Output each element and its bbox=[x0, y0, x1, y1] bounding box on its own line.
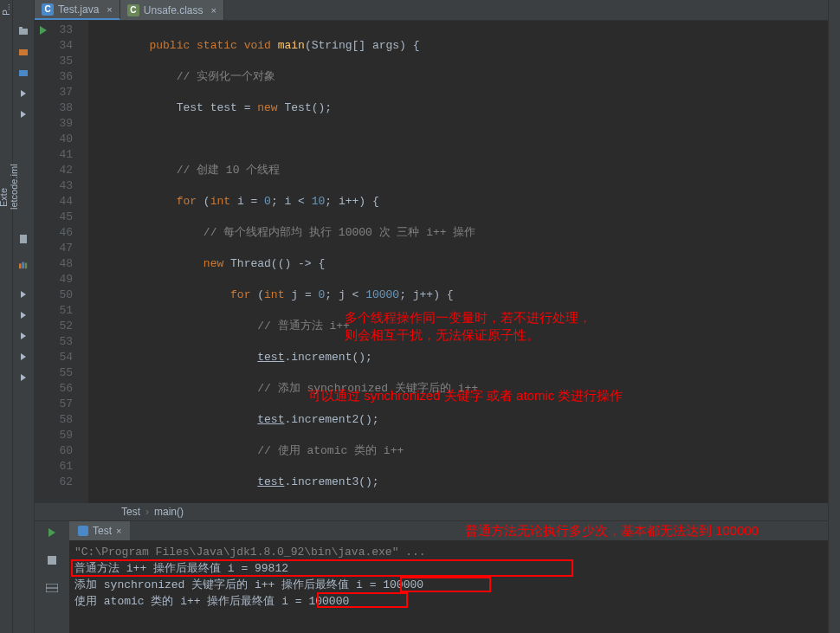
tri-icon-4[interactable] bbox=[13, 305, 34, 326]
lib-icon[interactable] bbox=[13, 255, 34, 275]
breadcrumb: Test › main() bbox=[35, 503, 828, 520]
line-num: 52 bbox=[35, 319, 88, 334]
line-num: 56 bbox=[35, 381, 88, 397]
console-body: Test × 普通方法无论执行多少次，基本都无法达到 100000 "C:\Pr… bbox=[69, 521, 828, 633]
svg-marker-4 bbox=[21, 90, 26, 97]
run-icon[interactable] bbox=[40, 26, 47, 35]
console-tab-test[interactable]: Test × bbox=[69, 521, 130, 540]
close-icon[interactable]: × bbox=[107, 4, 112, 15]
run-config-icon bbox=[78, 526, 88, 536]
svg-rect-8 bbox=[22, 262, 24, 269]
console-area: Test × 普通方法无论执行多少次，基本都无法达到 100000 "C:\Pr… bbox=[35, 520, 828, 633]
line-num: 57 bbox=[35, 397, 88, 412]
editor[interactable]: 33 34 35 36 37 38 39 40 41 42 43 44 45 4… bbox=[35, 21, 828, 503]
class-icon: C bbox=[127, 4, 139, 16]
line-num: 33 bbox=[35, 23, 88, 38]
line-num: 40 bbox=[35, 132, 88, 147]
svg-marker-12 bbox=[21, 333, 26, 339]
svg-rect-9 bbox=[25, 263, 28, 269]
tab-test-java[interactable]: C Test.java × bbox=[35, 0, 120, 20]
tool-sidebar: letcode.iml Exte bbox=[13, 0, 35, 633]
svg-marker-5 bbox=[21, 111, 26, 118]
line-num: 37 bbox=[35, 85, 88, 100]
svg-rect-1 bbox=[19, 27, 23, 29]
console-output[interactable]: "C:\Program Files\Java\jdk1.8.0_92\bin\j… bbox=[69, 540, 828, 633]
console-line: "C:\Program Files\Java\jdk1.8.0_92\bin\j… bbox=[74, 544, 823, 560]
svg-marker-15 bbox=[48, 528, 55, 537]
tab-label: Unsafe.class bbox=[144, 4, 204, 16]
svg-rect-2 bbox=[19, 49, 28, 55]
tri-icon-3[interactable] bbox=[13, 284, 34, 305]
console-line: 使用 atomic 类的 i++ 操作后最终值 i = 100000 bbox=[74, 593, 823, 610]
line-num: 61 bbox=[35, 459, 88, 475]
line-num: 45 bbox=[35, 210, 88, 225]
line-num: 54 bbox=[35, 350, 88, 365]
main-area: C Test.java × C Unsafe.class × 33 34 35 … bbox=[35, 0, 828, 633]
stop-icon[interactable] bbox=[44, 552, 60, 568]
rerun-icon[interactable] bbox=[44, 525, 60, 540]
line-num: 49 bbox=[35, 272, 88, 287]
tri-icon-6[interactable] bbox=[13, 346, 34, 367]
line-num: 39 bbox=[35, 116, 88, 132]
line-num: 41 bbox=[35, 147, 88, 163]
svg-rect-6 bbox=[20, 235, 27, 243]
line-num: 58 bbox=[35, 412, 88, 428]
line-num: 36 bbox=[35, 69, 88, 85]
line-num: 51 bbox=[35, 303, 88, 319]
svg-marker-10 bbox=[21, 291, 26, 298]
line-num: 55 bbox=[35, 365, 88, 381]
svg-marker-11 bbox=[21, 312, 26, 319]
line-num: 50 bbox=[35, 287, 88, 303]
svg-marker-13 bbox=[21, 353, 26, 360]
line-num: 44 bbox=[35, 194, 88, 210]
code-area[interactable]: public static void main(String[] args) {… bbox=[88, 21, 828, 503]
left-label-p: P... bbox=[0, 0, 12, 19]
tri-icon-5[interactable] bbox=[13, 326, 34, 346]
close-icon[interactable]: × bbox=[211, 5, 216, 16]
class-icon: C bbox=[42, 3, 54, 16]
line-num: 47 bbox=[35, 241, 88, 256]
tri-icon-1[interactable] bbox=[13, 83, 34, 104]
svg-rect-7 bbox=[19, 263, 22, 268]
line-num: 59 bbox=[35, 428, 88, 443]
line-num: 62 bbox=[35, 475, 88, 490]
tab-unsafe-class[interactable]: C Unsafe.class × bbox=[120, 0, 224, 20]
gutter: 33 34 35 36 37 38 39 40 41 42 43 44 45 4… bbox=[35, 21, 88, 503]
svg-rect-3 bbox=[19, 70, 28, 76]
line-num: 53 bbox=[35, 334, 88, 350]
folder-icon-1[interactable] bbox=[13, 21, 34, 42]
console-tabs: Test × 普通方法无论执行多少次，基本都无法达到 100000 bbox=[69, 521, 828, 540]
line-num: 46 bbox=[35, 225, 88, 241]
line-num: 34 bbox=[35, 38, 88, 54]
line-num: 48 bbox=[35, 256, 88, 272]
line-num: 60 bbox=[35, 443, 88, 459]
svg-marker-14 bbox=[21, 374, 26, 381]
line-num: 35 bbox=[35, 54, 88, 69]
tab-label: Test.java bbox=[58, 3, 99, 16]
project-file-label: letcode.iml bbox=[9, 164, 19, 210]
line-num: 38 bbox=[35, 100, 88, 116]
svg-rect-16 bbox=[48, 556, 56, 565]
line-num: 42 bbox=[35, 163, 88, 178]
file-indicator[interactable] bbox=[13, 229, 34, 249]
tri-icon-7[interactable] bbox=[13, 367, 34, 388]
console-line: 添加 synchronized 关键字后的 i++ 操作后最终值 i = 100… bbox=[74, 577, 823, 593]
line-num: 43 bbox=[35, 178, 88, 194]
svg-rect-0 bbox=[19, 29, 28, 35]
tri-icon-2[interactable] bbox=[13, 104, 34, 125]
breadcrumb-method[interactable]: main() bbox=[154, 506, 184, 518]
close-icon[interactable]: × bbox=[116, 526, 121, 536]
left-gutter: P... bbox=[0, 0, 13, 633]
breadcrumb-class[interactable]: Test bbox=[121, 506, 140, 518]
annotation-4: 普通方法无论执行多少次，基本都无法达到 100000 bbox=[465, 523, 759, 539]
console-tab-label: Test bbox=[93, 525, 112, 537]
folder-icon-2[interactable] bbox=[13, 42, 34, 62]
editor-tabs: C Test.java × C Unsafe.class × bbox=[35, 0, 828, 21]
layout-icon[interactable] bbox=[44, 580, 60, 596]
console-toolbar bbox=[35, 521, 69, 633]
chevron-right-icon: › bbox=[145, 506, 149, 518]
console-line: 普通方法 i++ 操作后最终值 i = 99812 bbox=[74, 560, 823, 577]
folder-icon-3[interactable] bbox=[13, 62, 34, 83]
right-gutter bbox=[828, 0, 840, 633]
external-label: Exte bbox=[0, 188, 9, 207]
